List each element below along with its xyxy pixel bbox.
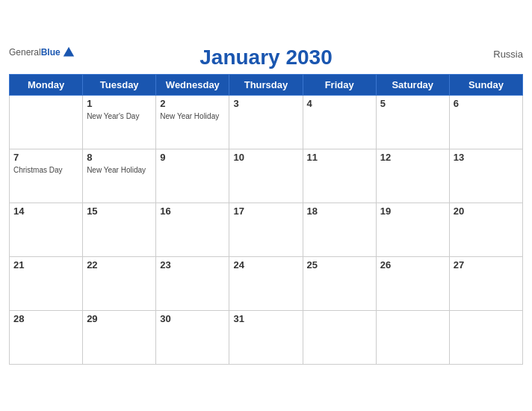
- day-number: 14: [13, 206, 78, 217]
- table-row: 12: [376, 149, 449, 203]
- day-number: 7: [13, 152, 78, 163]
- table-row: 2New Year Holiday: [156, 95, 229, 149]
- table-row: [10, 95, 83, 149]
- day-number: 20: [454, 206, 519, 217]
- table-row: 23: [156, 256, 229, 310]
- day-number: 30: [160, 313, 225, 324]
- day-number: 28: [13, 313, 78, 324]
- weekday-thursday: Thursday: [229, 74, 303, 95]
- day-number: 25: [307, 259, 372, 271]
- day-number: 8: [87, 152, 152, 163]
- day-number: 19: [380, 206, 445, 217]
- day-number: 15: [87, 206, 152, 217]
- day-number: 6: [454, 98, 519, 109]
- table-row: [376, 310, 449, 364]
- day-number: 3: [233, 98, 298, 109]
- table-row: 7Christmas Day: [10, 149, 83, 203]
- calendar-title: January 2030: [200, 46, 332, 69]
- weekday-tuesday: Tuesday: [83, 74, 156, 95]
- day-number: 11: [307, 152, 372, 163]
- table-row: 4: [303, 95, 376, 149]
- weekday-friday: Friday: [303, 74, 376, 95]
- day-number: 10: [233, 152, 298, 163]
- day-number: 26: [380, 259, 445, 271]
- day-number: 16: [160, 206, 225, 217]
- day-number: 29: [87, 313, 152, 324]
- day-number: 23: [160, 259, 225, 271]
- weekday-saturday: Saturday: [376, 74, 449, 95]
- table-row: 28: [10, 310, 83, 364]
- week-row-1: 1New Year's Day2New Year Holiday3456: [10, 95, 523, 149]
- calendar-container: General Blue January 2030 Russia Monday …: [0, 38, 532, 374]
- table-row: 17: [229, 203, 303, 256]
- day-number: 22: [87, 259, 152, 271]
- table-row: 29: [83, 310, 156, 364]
- day-number: 18: [307, 206, 372, 217]
- calendar-header: General Blue January 2030 Russia: [9, 46, 523, 69]
- table-row: 21: [10, 256, 83, 310]
- week-row-4: 21222324252627: [10, 256, 523, 310]
- holiday-label: New Year Holiday: [160, 112, 219, 120]
- table-row: 31: [229, 310, 303, 364]
- holiday-label: New Year Holiday: [87, 166, 146, 174]
- day-number: 31: [233, 313, 298, 324]
- weekday-header-row: Monday Tuesday Wednesday Thursday Friday…: [10, 74, 523, 95]
- week-row-2: 7Christmas Day8New Year Holiday910111213: [10, 149, 523, 203]
- table-row: 16: [156, 203, 229, 256]
- day-number: 13: [454, 152, 519, 163]
- logo-blue-text: Blue: [41, 47, 61, 58]
- day-number: 1: [87, 98, 152, 109]
- calendar-table: Monday Tuesday Wednesday Thursday Friday…: [9, 74, 523, 365]
- logo: General Blue: [9, 46, 75, 59]
- table-row: 19: [376, 203, 449, 256]
- day-number: 2: [160, 98, 225, 109]
- table-row: 10: [229, 149, 303, 203]
- table-row: 8New Year Holiday: [83, 149, 156, 203]
- table-row: [449, 310, 522, 364]
- week-row-5: 28293031: [10, 310, 523, 364]
- table-row: 5: [376, 95, 449, 149]
- svg-marker-0: [64, 46, 74, 56]
- table-row: 20: [449, 203, 522, 256]
- table-row: 3: [229, 95, 303, 149]
- weekday-wednesday: Wednesday: [156, 74, 229, 95]
- week-row-3: 14151617181920: [10, 203, 523, 256]
- day-number: 24: [233, 259, 298, 271]
- table-row: 24: [229, 256, 303, 310]
- weekday-sunday: Sunday: [449, 74, 522, 95]
- logo-general-text: General: [9, 47, 41, 58]
- table-row: 22: [83, 256, 156, 310]
- holiday-label: New Year's Day: [87, 112, 139, 120]
- table-row: 9: [156, 149, 229, 203]
- day-number: 5: [380, 98, 445, 109]
- table-row: 25: [303, 256, 376, 310]
- holiday-label: Christmas Day: [13, 166, 63, 174]
- table-row: 1New Year's Day: [83, 95, 156, 149]
- table-row: [303, 310, 376, 364]
- day-number: 27: [454, 259, 519, 271]
- table-row: 11: [303, 149, 376, 203]
- day-number: 12: [380, 152, 445, 163]
- weekday-monday: Monday: [10, 74, 83, 95]
- day-number: 21: [13, 259, 78, 271]
- table-row: 13: [449, 149, 522, 203]
- day-number: 17: [233, 206, 298, 217]
- day-number: 9: [160, 152, 225, 163]
- table-row: 27: [449, 256, 522, 310]
- day-number: 4: [307, 98, 372, 109]
- table-row: 18: [303, 203, 376, 256]
- table-row: 15: [83, 203, 156, 256]
- country-label: Russia: [493, 49, 523, 60]
- table-row: 30: [156, 310, 229, 364]
- table-row: 14: [10, 203, 83, 256]
- logo-icon: [62, 46, 75, 59]
- table-row: 26: [376, 256, 449, 310]
- table-row: 6: [449, 95, 522, 149]
